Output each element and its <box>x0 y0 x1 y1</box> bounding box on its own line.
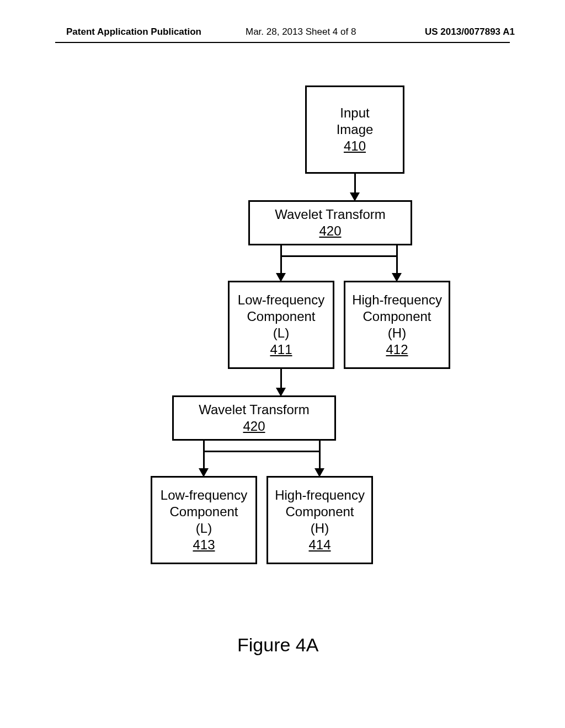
branch-wt2-hline <box>203 451 321 452</box>
box-high1-line3: (H) <box>388 325 406 341</box>
box-wt1-ref: 420 <box>319 223 341 239</box>
box-low2-line2: Component <box>169 504 238 520</box>
box-low2-line3: (L) <box>196 520 212 537</box>
box-low-freq-2: Low-frequency Component (L) 413 <box>151 476 257 564</box>
arrow-wt1-to-high <box>396 255 398 274</box>
branch-wt2-left-stub <box>203 441 205 451</box>
box-high2-line1: High-frequency <box>275 487 365 504</box>
box-low-freq-1: Low-frequency Component (L) 411 <box>228 281 334 369</box>
box-wavelet-transform-1: Wavelet Transform 420 <box>248 200 412 245</box>
box-low2-ref: 413 <box>193 537 215 553</box>
box-wt1-line1: Wavelet Transform <box>275 206 386 223</box>
box-high2-line3: (H) <box>311 520 329 537</box>
box-high1-line2: Component <box>363 308 431 325</box>
box-low1-line2: Component <box>247 308 315 325</box>
arrow-wt2-to-low <box>203 451 205 469</box>
box-high1-ref: 412 <box>386 341 408 358</box>
box-input-line1: Input <box>340 105 369 121</box>
box-low1-line1: Low-frequency <box>238 292 324 308</box>
box-input-image: Input Image 410 <box>305 85 404 174</box>
box-high2-ref: 414 <box>308 537 331 553</box>
arrow-low1-to-wt2 <box>280 369 282 389</box>
branch-wt1-hline <box>280 255 398 257</box>
box-wavelet-transform-2: Wavelet Transform 420 <box>172 395 336 441</box>
box-high-freq-2: High-frequency Component (H) 414 <box>266 476 373 564</box>
box-low1-line3: (L) <box>273 325 289 341</box>
box-low2-line1: Low-frequency <box>161 487 247 504</box>
arrow-wt2-to-high <box>319 451 321 469</box>
box-wt2-ref: 420 <box>243 418 265 435</box>
header-mid: Mar. 28, 2013 Sheet 4 of 8 <box>246 26 356 38</box>
box-input-line2: Image <box>337 121 374 138</box>
box-high1-line1: High-frequency <box>352 292 442 308</box>
arrow-input-to-wt1 <box>354 174 356 194</box>
header-rule <box>55 42 510 43</box>
arrow-wt1-to-low <box>280 255 282 274</box>
figure-label: Figure 4A <box>237 634 318 656</box>
header-right: US 2013/0077893 A1 <box>425 26 515 38</box>
box-low1-ref: 411 <box>270 341 292 358</box>
box-high-freq-1: High-frequency Component (H) 412 <box>344 281 450 369</box>
branch-wt1-left-stub <box>280 245 282 255</box>
header-left: Patent Application Publication <box>66 26 201 38</box>
branch-wt2-right-stub <box>319 441 321 451</box>
branch-wt1-right-stub <box>396 245 398 255</box>
box-input-ref: 410 <box>344 138 366 154</box>
box-high2-line2: Component <box>285 504 354 520</box>
box-wt2-line1: Wavelet Transform <box>199 402 310 418</box>
